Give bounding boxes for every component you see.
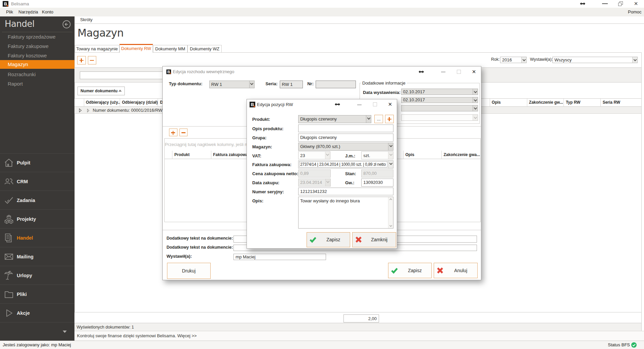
jm-select[interactable]: szt.	[361, 151, 393, 159]
add-row-button[interactable]	[169, 129, 177, 136]
sidebar-item-raport[interactable]: Raport	[0, 79, 74, 89]
anuluj-button[interactable]: Anuluj	[434, 263, 478, 278]
grid-col-indent[interactable]	[165, 151, 172, 159]
seria-input[interactable]: RW 1	[280, 81, 303, 88]
chevron-down-icon[interactable]	[325, 152, 330, 159]
produkt-select[interactable]: Długopis czerwony	[298, 115, 371, 123]
grid-col-produkt[interactable]: Produkt	[172, 151, 211, 159]
sidebar-module-akcje[interactable]: Akcje	[0, 304, 74, 322]
wystawil-input[interactable]: mp Maciej	[233, 254, 326, 260]
resize-arrow-icon[interactable]	[579, 0, 586, 7]
close-button[interactable]: ✕	[470, 68, 478, 76]
data-zakupu-select[interactable]: 23.04.2014	[298, 179, 331, 187]
maximize-button[interactable]	[373, 102, 377, 106]
faktura-zakupowa-select[interactable]: 27374/14 | 23.04.2014 | 1000,00 szt. | 0…	[298, 160, 393, 168]
chevron-down-icon[interactable]	[249, 81, 254, 88]
scrollbar[interactable]	[388, 197, 393, 228]
remove-document-button[interactable]	[88, 56, 97, 64]
chevron-down-icon[interactable]	[473, 89, 478, 95]
add-product-button[interactable]	[385, 115, 394, 123]
typ-dokumentu-select[interactable]: RW 1	[209, 81, 255, 88]
chevron-down-icon[interactable]	[632, 57, 637, 63]
grid-col-typ-rw[interactable]: Typ RW	[564, 99, 601, 106]
chevron-down-icon[interactable]	[388, 152, 393, 159]
menu-konto[interactable]: Konto	[42, 8, 53, 16]
cena-zakupowa-input[interactable]: 0,89	[298, 169, 331, 178]
expand-arrow-icon[interactable]	[79, 108, 82, 112]
zapisz-button[interactable]: Zapisz	[307, 232, 351, 247]
sidebar-module-handel[interactable]: Handel	[0, 229, 74, 247]
minimize-button[interactable]	[357, 105, 362, 105]
tab-dokumenty-rw[interactable]: Dokumenty RW	[119, 44, 153, 53]
chevron-down-icon[interactable]	[366, 115, 371, 123]
chevron-down-icon[interactable]	[473, 97, 478, 103]
data-realizacji-select[interactable]: 02.10.2017	[401, 97, 478, 103]
resize-arrow-icon[interactable]	[418, 68, 425, 76]
sidebar-module-pliki[interactable]: Pliki	[0, 285, 74, 304]
sidebar-item-faktury-sprzedazowe[interactable]: Faktury sprzedażowe	[0, 32, 74, 42]
sidebar-module-urlopy[interactable]: Urlopy	[0, 266, 74, 285]
vat-select[interactable]: 23	[298, 151, 330, 159]
grid-col-odbierajacy-uzytkownik[interactable]: Odbierający (uży...	[84, 99, 120, 106]
add-document-button[interactable]	[77, 56, 86, 64]
grid-col-zakonczenie-gwa[interactable]: Zakończenie gwa...	[442, 151, 480, 159]
maximize-button[interactable]	[457, 70, 461, 74]
sidebar-module-crm[interactable]: CRM	[0, 172, 74, 191]
sidebar-module-pulpit[interactable]: Pulpit	[0, 153, 74, 172]
stan-input[interactable]: 870,00	[361, 169, 393, 178]
minimize-button[interactable]	[441, 72, 445, 72]
grid-col-opis[interactable]: Opis	[490, 99, 527, 106]
expand-arrow-icon[interactable]	[87, 109, 90, 112]
grid-col-zakonczenie-gw[interactable]: Zakończenie gw...	[527, 99, 564, 106]
more-button[interactable]: ...	[374, 115, 383, 123]
tab-skroty[interactable]: Skróty	[80, 16, 93, 23]
groupbox-select-3[interactable]	[401, 105, 478, 111]
back-circle-icon[interactable]	[62, 20, 71, 29]
opis-textarea[interactable]: Towar wysłany do innego biura	[298, 197, 393, 229]
zamknij-button[interactable]: Zamknij	[352, 232, 396, 247]
tab-dokumenty-wz[interactable]: Dokumenty WZ	[187, 45, 222, 52]
restore-button[interactable]	[618, 3, 622, 6]
grid-col-opis[interactable]: Opis	[404, 151, 442, 159]
promo-text[interactable]: Kontroluj swoje finanse dzięki systemowi…	[77, 331, 197, 341]
chevron-down-icon[interactable]	[388, 161, 393, 168]
sidebar-item-rozrachunki[interactable]: Rozrachunki	[0, 70, 74, 79]
numer-seryjny-input[interactable]: 12121341232	[298, 188, 393, 196]
menu-plik[interactable]: Plik	[6, 8, 13, 16]
minimize-button[interactable]	[602, 3, 608, 4]
sidebar-item-faktury-kosztowe[interactable]: Faktury kosztowe	[0, 51, 74, 60]
sidebar-item-magazyn[interactable]: Magazyn	[0, 60, 74, 69]
wystawil-select[interactable]: Wszyscy	[552, 57, 638, 63]
sidebar-module-mailing[interactable]: Mailing	[0, 247, 74, 266]
opis-produktu-input[interactable]	[298, 124, 393, 133]
chevron-down-icon[interactable]	[521, 57, 526, 63]
sidebar-item-faktury-zakupowe[interactable]: Faktury zakupowe	[0, 42, 74, 51]
chevron-down-icon[interactable]	[473, 115, 478, 120]
chevron-down-icon[interactable]	[325, 179, 330, 186]
groupbox-select-4[interactable]	[401, 114, 478, 121]
magazyn-select[interactable]: Główny (870,00 szt.)	[298, 143, 393, 151]
gw-input[interactable]: 13092030	[361, 179, 393, 187]
chevron-down-icon[interactable]	[473, 105, 478, 111]
tab-dokumenty-mm[interactable]: Dokumenty MM	[153, 45, 187, 52]
resize-arrow-icon[interactable]	[334, 101, 341, 108]
rok-select[interactable]: 2016	[500, 57, 527, 63]
grid-col-indent[interactable]	[74, 99, 84, 106]
chevron-down-icon[interactable]	[388, 143, 393, 150]
grid-col-seria-rw[interactable]: Seria RW	[601, 99, 641, 106]
drukuj-button[interactable]: Drukuj	[167, 263, 211, 279]
nr-input[interactable]	[316, 81, 356, 88]
menu-pomoc[interactable]: Pomoc	[628, 8, 641, 16]
sidebar-module-zadania[interactable]: Zadania	[0, 191, 74, 210]
grid-col-odbierajacy-dzial[interactable]: Odbierający (dział)	[120, 99, 158, 106]
menu-narzedzia[interactable]: Narzędzia	[18, 8, 38, 16]
tab-towary-na-magazynie[interactable]: Towary na magazynie	[75, 45, 120, 52]
scroll-down-icon[interactable]	[389, 224, 392, 227]
collapse-chevron-icon[interactable]	[63, 331, 67, 333]
remove-row-button[interactable]	[179, 129, 188, 136]
sidebar-module-projekty[interactable]: Projekty	[0, 210, 74, 229]
group-by-chip[interactable]: Numer dokumentu	[77, 87, 125, 95]
grupa-input[interactable]: Długopis czerwony	[298, 134, 393, 142]
zapisz-button[interactable]: Zapisz	[388, 263, 432, 278]
close-button[interactable]: ✕	[386, 101, 394, 108]
